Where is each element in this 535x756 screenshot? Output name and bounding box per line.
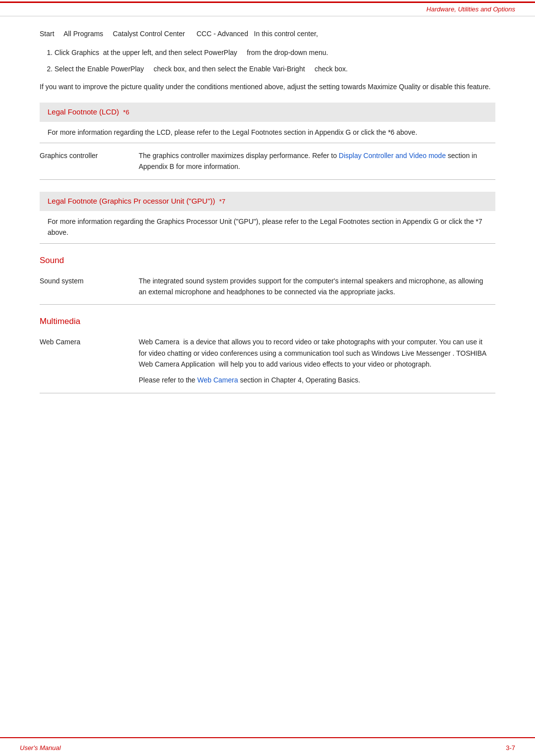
gpu-section-box: Legal Footnote (Graphics Pr ocessor Unit…	[40, 192, 495, 211]
steps-list: Click Graphics at the upper left, and th…	[54, 47, 495, 74]
page-footer: User's Manual 3-7	[0, 737, 535, 756]
multimedia-info-table: Web Camera Web Camera is a device that a…	[40, 329, 495, 393]
footer-right: 3-7	[506, 744, 515, 752]
intro-block: Start All Programs Catalyst Control Cent…	[40, 28, 495, 39]
lcd-section-title: Legal Footnote (LCD) *6	[48, 108, 129, 116]
sound-description: The integrated sound system provides sup…	[139, 269, 495, 305]
footer-left: User's Manual	[20, 744, 61, 752]
gpu-footnote: *7	[219, 198, 225, 205]
sound-label: Sound system	[40, 269, 139, 305]
multimedia-table-wrapper: Web Camera Web Camera is a device that a…	[40, 329, 495, 393]
page-container: Hardware, Utilities and Options Start Al…	[0, 1, 535, 756]
graphics-description: The graphics controller maximizes displa…	[139, 143, 495, 179]
note-paragraph: If you want to improve the picture quali…	[40, 81, 495, 92]
page-header: Hardware, Utilities and Options	[0, 1, 535, 16]
multimedia-heading: Multimedia	[40, 317, 495, 326]
table-row: Web Camera Web Camera is a device that a…	[40, 329, 495, 393]
table-row: Graphics controller The graphics control…	[40, 143, 495, 179]
header-title: Hardware, Utilities and Options	[427, 5, 515, 13]
path-line: Start All Programs Catalyst Control Cent…	[40, 28, 495, 39]
sound-heading: Sound	[40, 256, 495, 266]
gpu-section-title: Legal Footnote (Graphics Pr ocessor Unit…	[48, 197, 225, 205]
graphics-table-wrapper: Graphics controller The graphics control…	[40, 143, 495, 180]
step-1: Click Graphics at the upper left, and th…	[54, 47, 495, 58]
lcd-footnote: *6	[123, 108, 129, 116]
table-row: Sound system The integrated sound system…	[40, 269, 495, 305]
main-content: Start All Programs Catalyst Control Cent…	[0, 16, 535, 445]
step-2: Select the Enable PowerPlay check box, a…	[54, 63, 495, 74]
webcamera-label: Web Camera	[40, 329, 139, 393]
sound-table-wrapper: Sound system The integrated sound system…	[40, 269, 495, 305]
webcamera-description: Web Camera is a device that allows you t…	[139, 329, 495, 393]
top-border-line	[0, 1, 535, 3]
graphics-label: Graphics controller	[40, 143, 139, 179]
sound-info-table: Sound system The integrated sound system…	[40, 269, 495, 305]
lcd-section-box: Legal Footnote (LCD) *6	[40, 103, 495, 122]
gpu-section-body: For more information regarding the Graph…	[40, 211, 495, 244]
graphics-info-table: Graphics controller The graphics control…	[40, 143, 495, 180]
lcd-section-body: For more information regarding the LCD, …	[40, 122, 495, 143]
web-camera-link[interactable]: Web Camera	[197, 376, 238, 384]
display-controller-link[interactable]: Display Controller and Video mode	[339, 152, 446, 160]
